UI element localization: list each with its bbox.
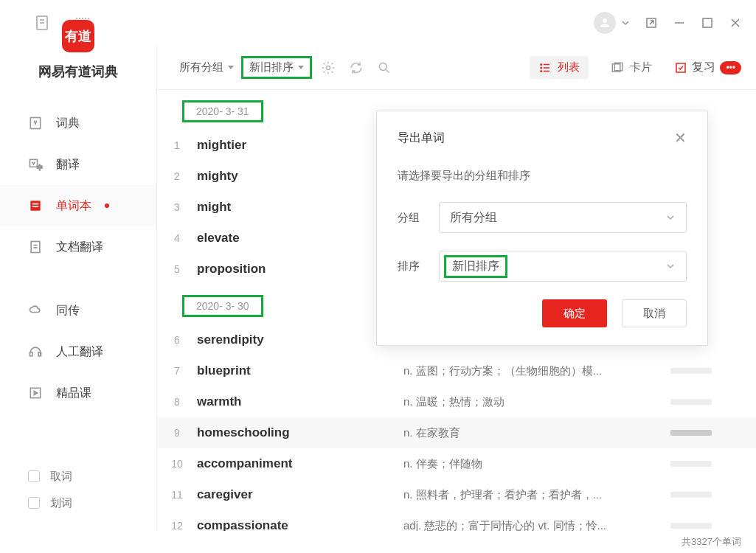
list-icon <box>538 61 552 74</box>
row-number: 5 <box>157 263 197 275</box>
search-icon[interactable] <box>377 60 392 75</box>
nav-human-translate[interactable]: 人工翻译 <box>0 331 156 372</box>
toolbar-icons <box>321 60 392 75</box>
nav-label: 精品课 <box>56 386 91 401</box>
doc-translate-icon <box>28 240 43 254</box>
avatar-caret-icon[interactable] <box>622 19 629 27</box>
checkbox-label: 划词 <box>50 496 72 510</box>
card-icon <box>611 61 624 74</box>
nav-wordbook[interactable]: 单词本 <box>0 185 156 226</box>
date-label: 2020- 3- 31 <box>182 100 263 122</box>
group-select-value: 所有分组 <box>450 210 497 226</box>
close-icon[interactable]: ✕ <box>674 129 687 147</box>
svg-point-24 <box>379 63 386 70</box>
review-button[interactable]: 复习 ••• <box>674 60 741 75</box>
row-word: accompaniment <box>197 456 403 471</box>
close-icon[interactable] <box>729 17 741 29</box>
checkbox-pickword[interactable]: 取词 <box>28 463 72 490</box>
view-list-button[interactable]: 列表 <box>530 56 589 79</box>
nav-translate[interactable]: 中 翻译 <box>0 144 156 185</box>
word-row[interactable]: 8warmthn. 温暖；热情；激动 <box>157 386 756 417</box>
brand-logo: 有道 <box>62 20 94 52</box>
export-modal: 导出单词 ✕ 请选择要导出的分组和排序 分组 所有分组 排序 新旧排序 确定 取… <box>376 111 708 346</box>
progress-icon <box>670 461 712 467</box>
row-word: homeschooling <box>197 425 403 440</box>
word-row[interactable]: 10accompanimentn. 伴奏；伴随物 <box>157 448 756 479</box>
chevron-down-icon <box>665 212 676 223</box>
user-avatar[interactable] <box>594 12 616 34</box>
popout-icon[interactable] <box>645 17 657 29</box>
nav-interpretation[interactable]: 同传 <box>0 290 156 331</box>
sort-dropdown[interactable]: 新旧排序 <box>241 56 312 79</box>
svg-line-25 <box>386 69 389 72</box>
dictionary-icon <box>28 116 43 131</box>
nav-doc-translate[interactable]: 文档翻译 <box>0 226 156 268</box>
maximize-icon[interactable] <box>701 17 713 29</box>
svg-point-30 <box>541 70 543 72</box>
row-word: compassionate <box>197 518 403 531</box>
progress-icon <box>670 523 712 529</box>
view-card-label: 卡片 <box>630 60 652 74</box>
word-row[interactable]: 9homeschoolingn. 在家教育 <box>157 417 756 448</box>
word-row[interactable]: 7blueprintn. 蓝图；行动方案；（生物细胞的）模... <box>157 355 756 386</box>
date-label: 2020- 3- 30 <box>182 295 263 317</box>
svg-rect-29 <box>544 67 549 69</box>
review-label: 复习 <box>692 60 715 75</box>
svg-point-26 <box>541 63 543 66</box>
settings-icon[interactable] <box>321 60 336 75</box>
group-label: 分组 <box>398 211 439 225</box>
row-number: 7 <box>157 365 197 377</box>
row-definition: n. 温暖；热情；激动 <box>403 395 670 409</box>
row-definition: n. 在家教育 <box>403 426 670 440</box>
titlebar-right <box>594 12 741 34</box>
confirm-button[interactable]: 确定 <box>542 299 607 327</box>
sidebar-bottom: 取词 划词 <box>28 463 72 516</box>
nav-label: 同传 <box>56 303 80 319</box>
nav-dictionary[interactable]: 词典 <box>0 102 156 144</box>
word-row[interactable]: 12compassionateadj. 慈悲的；富于同情心的 vt. 同情；怜.… <box>157 510 756 531</box>
view-list-label: 列表 <box>558 60 580 74</box>
modal-header: 导出单词 ✕ <box>398 129 687 147</box>
checkbox-selectword[interactable]: 划词 <box>28 490 72 516</box>
row-word: warmth <box>197 394 403 409</box>
chevron-down-icon <box>665 261 676 271</box>
brand: 有道 网易有道词典 <box>0 20 156 102</box>
group-select[interactable]: 所有分组 <box>439 202 687 233</box>
toolbar-right: 列表 卡片 复习 ••• <box>530 56 741 79</box>
refresh-icon[interactable] <box>349 60 364 75</box>
row-word: elevate <box>197 231 403 246</box>
more-icon[interactable] <box>670 430 712 436</box>
svg-rect-34 <box>676 63 685 72</box>
sidebar: 有道 网易有道词典 词典 中 翻译 单词本 文档翻译 同传 人工翻译 精品课 取… <box>0 46 157 531</box>
nav-label: 词典 <box>56 116 80 131</box>
group-filter-dropdown[interactable]: 所有分组 <box>172 56 241 79</box>
svg-rect-15 <box>32 204 38 205</box>
row-word: mightier <box>197 138 403 153</box>
row-definition: n. 蓝图；行动方案；（生物细胞的）模... <box>403 364 670 378</box>
cancel-button[interactable]: 取消 <box>622 299 687 327</box>
minimize-icon[interactable] <box>673 17 685 29</box>
svg-rect-8 <box>703 18 712 27</box>
row-number: 3 <box>157 201 197 213</box>
svg-rect-31 <box>544 70 549 72</box>
sort-select-value: 新旧排序 <box>444 255 507 278</box>
sort-select[interactable]: 新旧排序 <box>439 251 687 282</box>
form-row-group: 分组 所有分组 <box>398 202 687 233</box>
row-word: caregiver <box>197 487 403 502</box>
row-word: mighty <box>197 169 403 184</box>
row-word: blueprint <box>197 364 403 378</box>
svg-point-5 <box>603 18 607 23</box>
svg-point-28 <box>541 66 543 69</box>
caret-down-icon <box>228 66 234 69</box>
brand-title: 网易有道词典 <box>0 63 156 80</box>
group-filter-label: 所有分组 <box>179 60 223 74</box>
row-word: proposition <box>197 262 403 276</box>
svg-rect-20 <box>30 352 32 356</box>
progress-icon <box>670 492 712 498</box>
review-badge: ••• <box>720 61 741 74</box>
nav-label: 单词本 <box>56 198 91 214</box>
view-card-button[interactable]: 卡片 <box>602 56 661 79</box>
row-number: 12 <box>157 520 197 531</box>
nav-courses[interactable]: 精品课 <box>0 372 156 414</box>
word-row[interactable]: 11caregivern. 照料者，护理者；看护者；看护者，... <box>157 479 756 510</box>
